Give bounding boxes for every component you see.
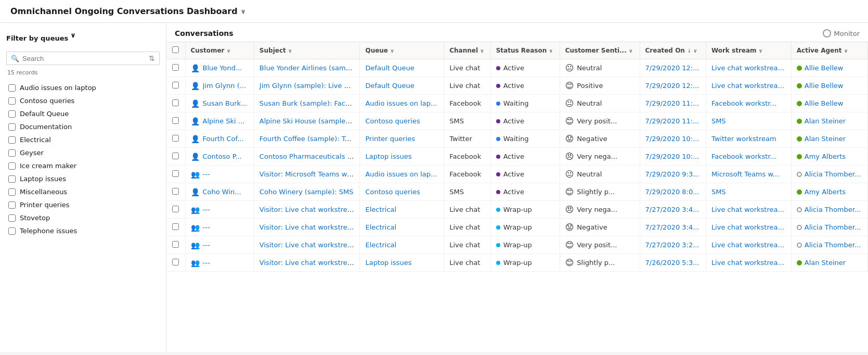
sidebar-item-printer[interactable]: Printer queries	[6, 198, 160, 211]
row-checkbox-cell[interactable]	[166, 59, 185, 77]
created-on-cell[interactable]: 7/27/2020 3:2...	[640, 236, 706, 254]
row-checkbox-cell[interactable]	[166, 183, 185, 201]
row-checkbox-cell[interactable]	[166, 219, 185, 236]
queue-link[interactable]: Electrical	[365, 241, 396, 249]
queue-checkbox-geyser[interactable]	[8, 149, 16, 157]
agent-cell[interactable]: Alicia Thomber...	[791, 219, 867, 236]
customer-cell[interactable]: 👤 Blue Yond...	[185, 59, 254, 77]
created-on-cell[interactable]: 7/29/2020 11:...	[640, 112, 706, 130]
sidebar-item-telephone[interactable]: Telephone issues	[6, 224, 160, 237]
agent-cell[interactable]: Allie Bellew	[791, 95, 867, 112]
sidebar-item-contoso[interactable]: Contoso queries	[6, 94, 160, 107]
customer-name[interactable]: Fourth Cof...	[203, 135, 244, 143]
queue-checkbox-misc[interactable]	[8, 188, 16, 196]
created-link[interactable]: 7/29/2020 11:...	[645, 117, 699, 125]
th-queue[interactable]: Queue ∨	[360, 42, 444, 59]
workstream-link[interactable]: Live chat workstrea...	[711, 82, 784, 90]
created-on-cell[interactable]: 7/29/2020 12:...	[640, 77, 706, 95]
customer-cell[interactable]: 👤 Coho Win...	[185, 183, 254, 201]
customer-name[interactable]: ---	[203, 170, 210, 178]
customer-cell[interactable]: 👥 ---	[185, 236, 254, 254]
filter-header[interactable]: Filter by queues ∨	[6, 31, 160, 45]
subject-cell[interactable]: Contoso Pharmaceuticals (sample):...	[254, 148, 360, 166]
th-work-stream[interactable]: Work stream ∨	[706, 42, 791, 59]
queue-checkbox-icecream[interactable]	[8, 162, 16, 170]
queue-cell[interactable]: Laptop issues	[360, 148, 444, 166]
select-all-checkbox[interactable]	[172, 46, 179, 53]
workstream-cell[interactable]: SMS	[706, 183, 791, 201]
workstream-cell[interactable]: Twitter workstream	[706, 130, 791, 148]
workstream-cell[interactable]: SMS	[706, 112, 791, 130]
created-on-cell[interactable]: 7/29/2020 9:3...	[640, 166, 706, 183]
row-checkbox[interactable]	[172, 82, 179, 88]
subject-link[interactable]: Fourth Coffee (sample): Twitter wor...	[260, 135, 360, 143]
row-checkbox-cell[interactable]	[166, 236, 185, 254]
row-checkbox-cell[interactable]	[166, 254, 185, 272]
agent-cell[interactable]: Alicia Thomber...	[791, 236, 867, 254]
queue-link[interactable]: Laptop issues	[365, 153, 411, 160]
row-checkbox-cell[interactable]	[166, 112, 185, 130]
monitor-button[interactable]: Monitor	[823, 29, 860, 37]
subject-cell[interactable]: Alpine Ski House (sample): SMS	[254, 112, 360, 130]
sidebar-item-stovetop[interactable]: Stovetop	[6, 211, 160, 224]
subject-link[interactable]: Coho Winery (sample): SMS	[260, 188, 354, 196]
customer-name[interactable]: Blue Yond...	[203, 64, 242, 72]
customer-name[interactable]: Jim Glynn (...	[203, 82, 247, 90]
created-link[interactable]: 7/29/2020 10:...	[645, 135, 699, 143]
created-on-cell[interactable]: 7/29/2020 11:...	[640, 95, 706, 112]
queue-link[interactable]: Electrical	[365, 206, 396, 213]
workstream-link[interactable]: Twitter workstream	[711, 135, 776, 143]
customer-cell[interactable]: 👤 Contoso P...	[185, 148, 254, 166]
row-checkbox[interactable]	[172, 153, 179, 159]
created-link[interactable]: 7/27/2020 3:4...	[645, 223, 699, 231]
queue-checkbox-laptop[interactable]	[8, 175, 16, 183]
workstream-link[interactable]: Live chat workstrea...	[711, 259, 784, 267]
workstream-cell[interactable]: Live chat workstrea...	[706, 219, 791, 236]
queue-checkbox-printer[interactable]	[8, 201, 16, 209]
agent-name[interactable]: Alicia Thomber...	[805, 223, 861, 231]
created-link[interactable]: 7/26/2020 5:3...	[645, 259, 699, 267]
subject-link[interactable]: Visitor: Live chat workstream	[260, 259, 358, 267]
created-link[interactable]: 7/27/2020 3:4...	[645, 206, 699, 213]
row-checkbox[interactable]	[172, 117, 179, 124]
queue-checkbox-telephone[interactable]	[8, 227, 16, 235]
row-checkbox[interactable]	[172, 206, 179, 212]
th-channel[interactable]: Channel ∨	[444, 42, 490, 59]
sidebar-item-laptop[interactable]: Laptop issues	[6, 172, 160, 185]
th-customer[interactable]: Customer ∨	[185, 42, 254, 59]
subject-cell[interactable]: Visitor: Live chat workstream	[254, 201, 360, 219]
subject-cell[interactable]: Visitor: Live chat workstream	[254, 254, 360, 272]
created-link[interactable]: 7/27/2020 3:2...	[645, 241, 699, 249]
created-on-cell[interactable]: 7/29/2020 10:...	[640, 130, 706, 148]
subject-cell[interactable]: Coho Winery (sample): SMS	[254, 183, 360, 201]
subject-cell[interactable]: Jim Glynn (sample): Live chat works...	[254, 77, 360, 95]
agent-cell[interactable]: Alicia Thomber...	[791, 201, 867, 219]
sidebar-item-default[interactable]: Default Queue	[6, 107, 160, 120]
customer-cell[interactable]: 👥 ---	[185, 219, 254, 236]
created-link[interactable]: 7/29/2020 12:...	[645, 64, 699, 72]
queue-cell[interactable]: Electrical	[360, 201, 444, 219]
customer-cell[interactable]: 👥 ---	[185, 254, 254, 272]
queue-cell[interactable]: Default Queue	[360, 59, 444, 77]
subject-link[interactable]: Alpine Ski House (sample): SMS	[260, 117, 360, 125]
subject-link[interactable]: Visitor: Live chat workstream	[260, 241, 358, 249]
queue-cell[interactable]: Default Queue	[360, 77, 444, 95]
queue-checkbox-stovetop[interactable]	[8, 214, 16, 222]
queue-checkbox-contoso[interactable]	[8, 97, 16, 105]
row-checkbox[interactable]	[172, 99, 179, 106]
created-link[interactable]: 7/29/2020 10:...	[645, 153, 699, 160]
sidebar-item-misc[interactable]: Miscellaneous	[6, 185, 160, 198]
agent-cell[interactable]: Alan Steiner	[791, 112, 867, 130]
subject-cell[interactable]: Visitor: Live chat workstream	[254, 219, 360, 236]
row-checkbox[interactable]	[172, 64, 179, 71]
workstream-cell[interactable]: Facebook workstr...	[706, 148, 791, 166]
th-created-on[interactable]: Created On ↓ ∨	[640, 42, 706, 59]
agent-name[interactable]: Allie Bellew	[805, 64, 844, 72]
customer-name[interactable]: Susan Burk...	[203, 99, 248, 107]
subject-cell[interactable]: Visitor: Live chat workstream	[254, 236, 360, 254]
queue-link[interactable]: Laptop issues	[365, 259, 411, 267]
agent-name[interactable]: Alan Steiner	[805, 135, 846, 143]
title-chevron-icon[interactable]: ∨	[241, 8, 246, 15]
subject-cell[interactable]: Susan Burk (sample): Facebook wor...	[254, 95, 360, 112]
workstream-cell[interactable]: Live chat workstrea...	[706, 236, 791, 254]
